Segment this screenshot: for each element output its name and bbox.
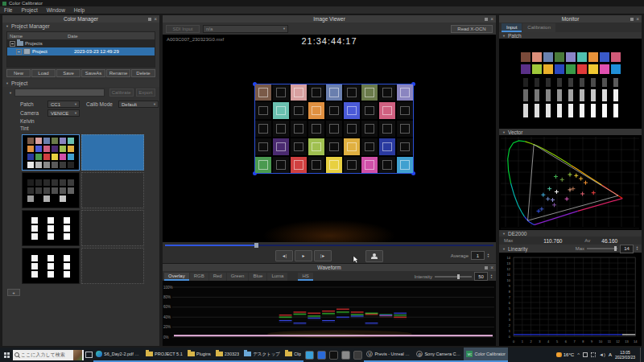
waveform-tab-rgb[interactable]: RGB [190, 273, 208, 281]
delete-button[interactable]: Delete [131, 69, 155, 77]
tree-expander-icon[interactable] [16, 49, 22, 55]
de2000-section[interactable]: ▼ DE2000 [499, 230, 642, 237]
vector-section[interactable]: ▼ Vector [499, 129, 642, 135]
intensity-spinner[interactable]: ▲▼ [490, 274, 493, 279]
waveform-tab-green[interactable]: Green [227, 273, 249, 281]
close-icon[interactable]: × [636, 17, 639, 22]
patch-thumbnail[interactable] [22, 210, 80, 246]
monitor-tab-input[interactable]: Input [502, 23, 522, 32]
show-desktop-button[interactable] [640, 348, 643, 362]
patch-section[interactable]: ▼ Patch [499, 32, 642, 39]
patch-thumbnail[interactable] [22, 134, 80, 171]
play-button[interactable]: ► [295, 250, 312, 261]
monitor-tab-calibration[interactable]: Calibration [522, 23, 555, 32]
active-slot[interactable] [81, 134, 144, 171]
gray-window-app-button[interactable] [340, 348, 352, 362]
project-name-input[interactable] [14, 88, 105, 97]
linearity-section[interactable]: ▼ Linearity Max 14 ▲▼ [499, 245, 642, 253]
linearity-max-value[interactable]: 14 [620, 245, 634, 253]
rename-button[interactable]: Rename [106, 69, 130, 77]
waveform-tab-luma[interactable]: Luma [267, 273, 287, 281]
average-value[interactable]: 1 [471, 251, 485, 260]
close-icon[interactable]: × [490, 17, 493, 22]
new-button[interactable]: New [6, 69, 31, 77]
tree-expander-icon[interactable] [10, 41, 15, 47]
pin-icon[interactable] [485, 18, 488, 21]
mail-app-button[interactable] [316, 348, 328, 362]
taskbar-search[interactable]: ここに入力して検索 [13, 350, 84, 360]
linearity-max-slider[interactable] [587, 248, 617, 249]
empty-slot[interactable] [81, 210, 144, 246]
grab-frame-button[interactable] [365, 250, 383, 262]
step-forward-button[interactable]: |► [314, 250, 332, 261]
taskbar-app-vcc[interactable]: VCColor Calibrator [464, 348, 508, 362]
close-icon[interactable]: × [490, 265, 493, 270]
save-button[interactable]: Save [56, 69, 80, 77]
task-view-button[interactable] [84, 348, 93, 362]
menu-project[interactable]: Project [21, 7, 37, 13]
taskbar-app[interactable]: 230323 [213, 348, 242, 362]
project-manager-section[interactable]: ▼ Project Manager [2, 23, 159, 30]
start-button[interactable] [0, 348, 13, 362]
patch-thumbnail[interactable] [22, 248, 80, 284]
seek-bar[interactable] [163, 242, 496, 249]
linearity-spinner[interactable]: ▲▼ [636, 246, 638, 251]
export-button[interactable]: Export [136, 88, 155, 97]
calib-mode-select[interactable]: Default▼ [118, 101, 159, 108]
waveform-tab-overlay[interactable]: Overlay [164, 273, 189, 281]
empty-slot[interactable] [81, 248, 144, 284]
sdi-input-button[interactable]: SDI Input [166, 25, 200, 33]
tray-expand-chevron[interactable]: ^ [577, 352, 580, 357]
taskbar-app-sony[interactable]: ◎Sony Camera Contr... [414, 348, 464, 362]
intensity-slider[interactable] [435, 276, 472, 278]
saveas-button[interactable]: SaveAs [81, 69, 105, 77]
taskbar-app[interactable]: Clip [283, 348, 303, 362]
waveform-tab-blue[interactable]: Blue [249, 273, 266, 281]
taskbar-app[interactable]: PROJECT 5.1 [143, 348, 185, 362]
calibrate-button[interactable]: Calibrate [109, 88, 134, 97]
menu-help[interactable]: Help [74, 7, 85, 13]
menu-window[interactable]: Window [47, 7, 65, 13]
viewer-viewport[interactable]: A003C007_230323G0.mxf 21:34:44:17 [163, 35, 496, 242]
add-patch-button[interactable]: + [7, 289, 20, 296]
pin-icon[interactable] [148, 18, 151, 21]
load-button[interactable]: Load [31, 69, 56, 77]
network-tray-icon[interactable] [591, 352, 596, 357]
pin-icon[interactable] [485, 266, 488, 269]
source-select[interactable]: n/a▼ [203, 25, 288, 33]
project-row[interactable]: Projects [7, 39, 155, 47]
project-section[interactable]: ▼ Project [2, 80, 159, 87]
picture-tray-icon[interactable] [583, 352, 588, 357]
average-spinner[interactable]: ▲▼ [487, 253, 489, 258]
weather-widget[interactable]: 16°C [556, 352, 574, 357]
patch-thumbnail[interactable] [22, 172, 80, 208]
taskbar-app[interactable]: S6_Day2-2.pdf と... [93, 348, 143, 362]
dark-window-app-button[interactable] [328, 348, 340, 362]
intensity-slider-handle[interactable] [457, 274, 460, 279]
step-back-button[interactable]: ◄| [275, 250, 293, 261]
read-xocn-button[interactable]: Read X-OCN [451, 25, 493, 33]
taskbar-clock[interactable]: 13:05 2023/03/23 [615, 350, 635, 360]
speaker-tray-icon[interactable]: ◄) [599, 352, 605, 357]
pin-icon[interactable] [630, 18, 634, 21]
seek-handle[interactable] [254, 243, 258, 248]
ime-mode-indicator[interactable]: A [609, 352, 612, 357]
empty-slot[interactable] [81, 172, 144, 208]
close-icon[interactable]: × [154, 17, 157, 22]
waveform-tab-red[interactable]: Red [209, 273, 226, 281]
project-row[interactable]: Project2023-03-23 12:49:29 [7, 47, 155, 56]
waveform-tab-extra[interactable]: HS [298, 273, 312, 281]
intensity-value[interactable]: 50 [474, 272, 488, 281]
patch-select[interactable]: CC1▼ [47, 101, 80, 108]
col-name[interactable]: Name [7, 34, 68, 39]
taskbar-app-unreal[interactable]: UPrevis - Unreal Editor [364, 348, 414, 362]
camera-select[interactable]: VENICE▼ [47, 109, 80, 117]
linearity-slider-handle[interactable] [614, 246, 617, 251]
taskbar-app[interactable]: デスクトップ [242, 348, 283, 362]
photos-app-button[interactable] [303, 348, 316, 362]
color-chart-selection[interactable] [255, 84, 413, 173]
menu-file[interactable]: File [4, 7, 12, 13]
col-date[interactable]: Date [68, 34, 78, 39]
taskbar-app[interactable]: Plugins [185, 348, 213, 362]
audio-app-button[interactable] [352, 348, 364, 362]
